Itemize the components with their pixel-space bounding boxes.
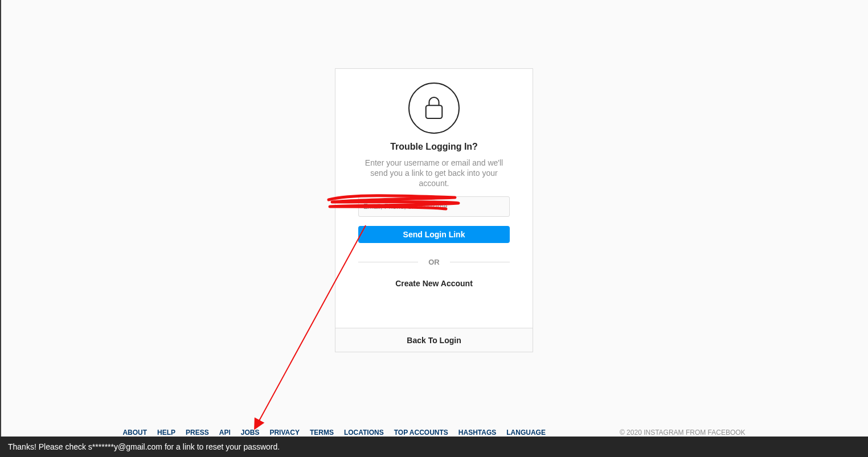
- card-title: Trouble Logging In?: [390, 142, 478, 152]
- divider-line: [450, 262, 510, 262]
- footer-link-press[interactable]: PRESS: [186, 429, 209, 437]
- identifier-input[interactable]: [358, 196, 510, 217]
- window-left-border: [0, 0, 1, 457]
- footer-link-privacy[interactable]: PRIVACY: [269, 429, 299, 437]
- send-login-link-button[interactable]: Send Login Link: [358, 226, 510, 243]
- divider-line: [358, 262, 418, 262]
- footer-link-top-accounts[interactable]: TOP ACCOUNTS: [394, 429, 448, 437]
- toast-message: Thanks! Please check s*******y@gmail.com…: [0, 437, 868, 457]
- back-to-login-button[interactable]: Back To Login: [335, 328, 533, 352]
- footer-link-jobs[interactable]: JOBS: [241, 429, 260, 437]
- svg-rect-0: [426, 105, 443, 118]
- footer: ABOUT HELP PRESS API JOBS PRIVACY TERMS …: [0, 429, 868, 437]
- or-divider: OR: [358, 258, 510, 266]
- lock-icon: [408, 83, 460, 134]
- card-body: Trouble Logging In? Enter your username …: [335, 69, 533, 328]
- input-wrapper: [358, 196, 510, 217]
- reset-card: Trouble Logging In? Enter your username …: [335, 68, 533, 352]
- footer-link-terms[interactable]: TERMS: [310, 429, 334, 437]
- or-text: OR: [428, 258, 440, 266]
- footer-links: ABOUT HELP PRESS API JOBS PRIVACY TERMS …: [122, 429, 546, 437]
- main-content: Trouble Logging In? Enter your username …: [0, 0, 868, 352]
- footer-link-help[interactable]: HELP: [157, 429, 175, 437]
- card-subtitle: Enter your username or email and we'll s…: [358, 158, 510, 188]
- footer-link-about[interactable]: ABOUT: [122, 429, 147, 437]
- footer-link-language[interactable]: LANGUAGE: [506, 429, 546, 437]
- footer-link-locations[interactable]: LOCATIONS: [344, 429, 384, 437]
- footer-copyright: © 2020 INSTAGRAM FROM FACEBOOK: [620, 429, 746, 437]
- footer-link-api[interactable]: API: [219, 429, 231, 437]
- create-account-link[interactable]: Create New Account: [395, 279, 473, 288]
- footer-link-hashtags[interactable]: HASHTAGS: [458, 429, 496, 437]
